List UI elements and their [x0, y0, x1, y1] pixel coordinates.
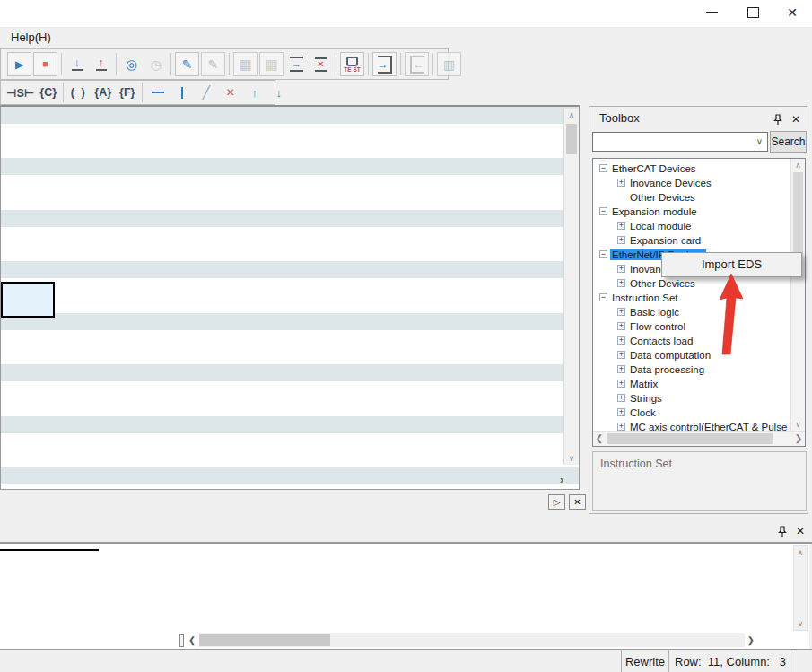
toolbox-search-combo[interactable]: ∨: [592, 132, 768, 152]
expand-icon[interactable]: +: [617, 222, 625, 230]
delete-line-button[interactable]: ╱: [196, 83, 216, 102]
tree-item-expansion-module[interactable]: −Expansion module: [593, 205, 790, 219]
expand-icon[interactable]: +: [617, 380, 625, 388]
minimize-button[interactable]: [698, 0, 725, 25]
expand-icon[interactable]: +: [617, 408, 625, 416]
tree-vertical-scrollbar[interactable]: ∧ ∨: [790, 159, 805, 431]
output-vertical-scrollbar[interactable]: ∧ ∨: [793, 545, 808, 631]
editor-tab-close-button[interactable]: ✕: [569, 494, 586, 510]
toolbar-separator: [61, 53, 62, 75]
tree-item-label: Strings: [628, 393, 664, 404]
run-button[interactable]: ▶: [7, 52, 31, 76]
tree-item-data-processing[interactable]: +Data processing: [593, 362, 790, 377]
application-instruction-button[interactable]: {A}: [92, 83, 113, 102]
tree-item-label: Local module: [628, 221, 693, 231]
editor-vertical-scrollbar[interactable]: ∧ ∨: [563, 109, 579, 465]
delete-row-button[interactable]: ✕: [310, 53, 332, 75]
pin-icon[interactable]: [772, 113, 784, 126]
tree-item-other-devices[interactable]: +Other Devices: [593, 276, 790, 291]
set-contact-button[interactable]: ⊣S⊢: [6, 83, 34, 102]
delete-vertical-line-button[interactable]: ✕: [220, 83, 240, 102]
output-underline: [0, 549, 99, 551]
ladder-editor[interactable]: ∧ ∨ ›: [0, 105, 580, 490]
scroll-right-icon[interactable]: ❯: [792, 432, 805, 446]
maximize-button[interactable]: [739, 0, 766, 25]
insert-row-button[interactable]: →: [285, 53, 308, 75]
expand-icon[interactable]: +: [617, 265, 625, 273]
download-button[interactable]: ↓: [65, 53, 88, 75]
tree-item-other-devices[interactable]: Other Devices: [593, 190, 790, 205]
arrow-down-button[interactable]: ↓: [268, 83, 289, 102]
scroll-left-icon[interactable]: ❮: [186, 634, 198, 647]
menu-help[interactable]: Help(H): [5, 27, 57, 48]
tree-horizontal-scrollbar[interactable]: ❮ ❯: [593, 431, 805, 446]
editor-selected-cell[interactable]: [1, 282, 55, 318]
io-table-button: ▥: [437, 52, 461, 76]
expand-icon[interactable]: +: [617, 365, 625, 373]
close-panel-icon[interactable]: ✕: [794, 525, 807, 537]
scrollbar-thumb[interactable]: [566, 124, 577, 154]
tree-item-local-module[interactable]: +Local module: [593, 219, 790, 233]
arrow-up-button[interactable]: ↑: [244, 83, 265, 102]
tree-item-clock[interactable]: +Clock: [593, 406, 790, 420]
login-button[interactable]: →: [372, 52, 397, 76]
expand-icon[interactable]: +: [617, 394, 625, 402]
function-block-button[interactable]: {F}: [117, 83, 137, 102]
expand-icon[interactable]: +: [617, 336, 625, 345]
tree-item-data-computation[interactable]: +Data computation: [593, 348, 790, 362]
tree-item-label: Data computation: [628, 350, 712, 361]
output-horizontal-scrollbar[interactable]: [199, 633, 745, 647]
monitor-button[interactable]: ◎: [120, 53, 143, 75]
tree-item-strings[interactable]: +Strings: [593, 391, 790, 406]
scrollbar-thumb[interactable]: [607, 433, 773, 444]
tree-item-basic-logic[interactable]: +Basic logic: [593, 305, 790, 319]
out-coil-button[interactable]: ( ): [68, 83, 89, 102]
close-panel-icon[interactable]: ✕: [790, 113, 802, 126]
editor-scroll-right-icon[interactable]: ›: [560, 475, 563, 485]
expand-icon[interactable]: +: [617, 236, 625, 244]
pin-icon[interactable]: [776, 525, 789, 537]
expand-icon[interactable]: +: [617, 179, 625, 187]
close-button[interactable]: ✕: [779, 0, 806, 25]
collapse-icon[interactable]: −: [599, 250, 607, 258]
tree-item-inovance-devices[interactable]: +Inovance Devices: [593, 176, 790, 190]
test-button[interactable]: TE ST: [340, 52, 364, 76]
scroll-down-icon[interactable]: ∨: [791, 418, 805, 431]
expand-icon[interactable]: +: [617, 322, 625, 330]
tree-item-label: EtherCAT Devices: [610, 163, 698, 174]
tree-item-expansion-card[interactable]: +Expansion card: [593, 233, 790, 248]
expand-icon[interactable]: +: [617, 351, 625, 359]
collapse-icon[interactable]: −: [599, 293, 607, 301]
edit-button[interactable]: ✎: [175, 52, 199, 76]
stop-button[interactable]: ■: [33, 52, 57, 76]
scroll-left-icon[interactable]: ❮: [593, 432, 606, 446]
upload-button[interactable]: ↑: [90, 53, 112, 75]
scrollbar-thumb[interactable]: [793, 172, 803, 257]
chevron-down-icon: ∨: [756, 136, 763, 146]
expand-icon[interactable]: +: [617, 423, 625, 431]
reset-contact-button[interactable]: {C}: [38, 83, 58, 102]
scroll-up-icon[interactable]: ∧: [791, 159, 805, 171]
expand-icon[interactable]: +: [617, 279, 625, 287]
horizontal-line-button[interactable]: [147, 83, 168, 102]
tree-item-matrix[interactable]: +Matrix: [593, 377, 790, 391]
tree-item-flow-control[interactable]: +Flow control: [593, 319, 790, 334]
scroll-right-icon[interactable]: ❯: [745, 634, 757, 647]
collapse-icon[interactable]: −: [599, 207, 607, 215]
close-icon: ✕: [787, 6, 798, 19]
tree-item-ethercat-devices[interactable]: −EtherCAT Devices: [593, 161, 790, 176]
editor-tab-next-button[interactable]: ▷: [548, 494, 565, 510]
splitter-handle[interactable]: [179, 634, 184, 647]
tree-item-contacts-load[interactable]: +Contacts load: [593, 334, 790, 348]
scroll-down-icon[interactable]: ∨: [564, 452, 579, 465]
expand-icon[interactable]: +: [617, 308, 625, 316]
scroll-up-icon[interactable]: ∧: [794, 546, 807, 559]
scroll-down-icon[interactable]: ∨: [794, 617, 807, 630]
collapse-icon[interactable]: −: [599, 164, 607, 172]
scrollbar-thumb[interactable]: [199, 634, 330, 646]
vertical-line-button[interactable]: [171, 83, 192, 102]
scroll-up-icon[interactable]: ∧: [564, 109, 579, 121]
tree-item-mc-axis-control-ethercat-pulse-outpu[interactable]: +MC axis control(EtherCAT & Pulse outpu: [593, 420, 790, 431]
tree-item-instruction-set[interactable]: −Instruction Set: [593, 291, 790, 305]
search-button[interactable]: Search: [770, 131, 807, 153]
